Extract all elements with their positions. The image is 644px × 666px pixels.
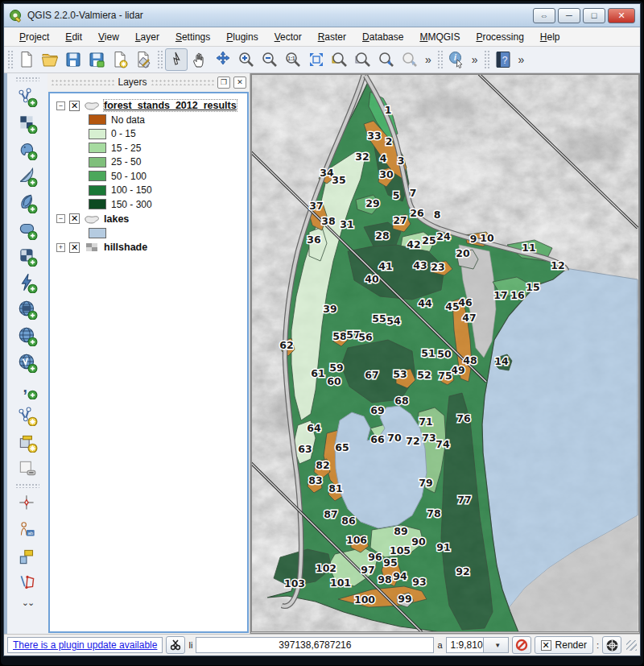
minimize-button[interactable]: ─: [558, 8, 580, 23]
layer-item-forest_stands_2012_results[interactable]: −✕forest_stands_2012_results: [53, 98, 244, 113]
save-project-as-button[interactable]: [85, 48, 108, 71]
crs-status-button[interactable]: [602, 636, 621, 654]
layer-item-hillshade[interactable]: +✕hillshade: [53, 240, 244, 254]
label-tool-button[interactable]: ab: [15, 518, 39, 541]
menu-raster[interactable]: Raster: [311, 29, 353, 45]
move-label-button[interactable]: [15, 544, 39, 568]
move-map-button[interactable]: [212, 48, 234, 71]
layers-panel-titlebar[interactable]: Layers ❐ ✕: [47, 73, 250, 91]
close-button[interactable]: ✕: [608, 8, 635, 23]
toolbar-overflow-button[interactable]: »: [422, 53, 435, 66]
new-project-button[interactable]: [15, 48, 38, 71]
map-canvas[interactable]: 1332324334303557372926827383128242591042…: [250, 73, 640, 634]
menu-view[interactable]: View: [91, 29, 126, 45]
maximize-button[interactable]: □: [583, 8, 605, 23]
layer-visibility-checkbox[interactable]: ✕: [69, 213, 80, 224]
add-wfs-globe-layer-button[interactable]: [15, 324, 39, 347]
add-raster-layer-button[interactable]: [15, 111, 39, 134]
menu-help[interactable]: Help: [533, 29, 568, 45]
menu-layer[interactable]: Layer: [128, 29, 167, 45]
menu-database[interactable]: Database: [355, 29, 411, 45]
menu-edit[interactable]: Edit: [58, 29, 89, 45]
identify-button[interactable]: i: [445, 48, 468, 71]
change-label-button[interactable]: [15, 571, 39, 594]
layer-name[interactable]: hillshade: [104, 242, 147, 253]
switch-window-button[interactable]: ⇔: [533, 8, 555, 23]
menu-plugins[interactable]: Plugins: [219, 29, 265, 45]
menu-processing[interactable]: Processing: [469, 29, 530, 45]
add-oracle-layer-button[interactable]: [15, 217, 39, 241]
dock-drag-handle[interactable]: [151, 79, 214, 85]
menu-mmqgis[interactable]: MMQGIS: [412, 29, 467, 45]
window-title: QGIS 2.2.0-Valmiera - lidar: [23, 10, 530, 21]
composer-manager-button[interactable]: [132, 48, 155, 71]
layer-visibility-checkbox[interactable]: ✕: [69, 242, 80, 253]
open-project-button[interactable]: [39, 48, 61, 71]
coordinate-display[interactable]: 397138,6787216: [196, 637, 434, 653]
layer-visibility-checkbox[interactable]: ✕: [69, 101, 80, 111]
toolbar-overflow-button[interactable]: »: [515, 53, 528, 66]
stand-label-59: 59: [329, 362, 343, 374]
remove-layer-button[interactable]: [15, 457, 39, 480]
add-wfs-layer-button[interactable]: [15, 350, 39, 374]
add-postgis-layer-button[interactable]: [15, 138, 39, 161]
qgis-logo-icon: [9, 8, 23, 23]
zoom-native-button[interactable]: 1:1: [282, 48, 304, 71]
toolbar-handle[interactable]: [437, 50, 443, 69]
touch-zoom-pan-button[interactable]: [165, 48, 188, 71]
dock-float-button[interactable]: ❐: [217, 77, 230, 89]
menu-vector[interactable]: Vector: [267, 29, 309, 45]
scale-combobox[interactable]: 1:9,810 ▼: [446, 637, 509, 653]
status-bar: There is a plugin update available li 39…: [4, 634, 640, 656]
layer-name[interactable]: forest_stands_2012_results: [104, 100, 237, 111]
toolbar-overflow-button[interactable]: »: [469, 53, 481, 66]
zoom-in-button[interactable]: [235, 48, 258, 71]
tree-expander-icon[interactable]: −: [56, 214, 65, 223]
toggle-extents-button[interactable]: [166, 636, 185, 654]
layer-name[interactable]: lakes: [104, 213, 129, 225]
toolbar-handle[interactable]: [15, 483, 39, 488]
toolbar-expand-button[interactable]: ⌄⌄: [22, 598, 33, 608]
add-mssql-layer-button[interactable]: [15, 191, 39, 214]
chevron-down-icon[interactable]: ▼: [483, 638, 508, 652]
toolbar-handle[interactable]: [15, 77, 39, 81]
stand-label-41: 41: [378, 260, 392, 272]
render-checkbox[interactable]: ✕ Render: [535, 636, 593, 654]
new-composer-button[interactable]: [109, 48, 131, 71]
add-wcs-layer-button[interactable]: [15, 297, 39, 321]
add-db-layer-button[interactable]: [15, 244, 39, 267]
toolbar-handle[interactable]: [7, 50, 13, 69]
add-vector-layer-button[interactable]: [15, 85, 39, 108]
plugin-update-link[interactable]: There is a plugin update available: [13, 639, 157, 651]
stop-rendering-button[interactable]: [512, 636, 531, 654]
toolbar-handle[interactable]: [157, 50, 163, 69]
resize-grip[interactable]: [626, 640, 637, 651]
help-button[interactable]: ?: [492, 48, 514, 71]
zoom-selection-button[interactable]: [328, 48, 351, 71]
toolbar-handle[interactable]: [484, 50, 489, 69]
menu-project[interactable]: Project: [12, 29, 56, 45]
save-project-button[interactable]: [62, 48, 85, 71]
tree-expander-icon[interactable]: −: [56, 101, 65, 110]
legend-class-label: 100 - 150: [111, 184, 152, 196]
highlight-pinned-labels-button[interactable]: [15, 491, 39, 515]
zoom-out-button[interactable]: [258, 48, 281, 71]
zoom-layer-button[interactable]: [352, 48, 374, 71]
dock-drag-handle[interactable]: [51, 79, 114, 85]
tree-expander-icon[interactable]: +: [56, 243, 65, 252]
add-delimited-text-layer-button[interactable]: ,: [15, 377, 39, 400]
zoom-full-button[interactable]: [305, 48, 328, 71]
pan-map-button[interactable]: [188, 48, 211, 71]
new-spatialite-layer-button[interactable]: [15, 430, 39, 453]
layer-item-lakes[interactable]: −✕lakes: [53, 212, 244, 226]
add-spatialite-layer-button[interactable]: [15, 164, 39, 188]
render-label: Render: [555, 639, 587, 651]
zoom-next-button[interactable]: [398, 48, 421, 71]
menu-settings[interactable]: Settings: [168, 29, 217, 45]
layers-tree[interactable]: −✕forest_stands_2012_resultsNo data0 - 1…: [48, 92, 249, 633]
add-wms-layer-button[interactable]: [15, 271, 39, 294]
dock-close-button[interactable]: ✕: [233, 77, 246, 89]
render-checkmark[interactable]: ✕: [541, 640, 551, 651]
zoom-last-button[interactable]: [375, 48, 398, 71]
new-shapefile-layer-button[interactable]: [15, 403, 39, 427]
